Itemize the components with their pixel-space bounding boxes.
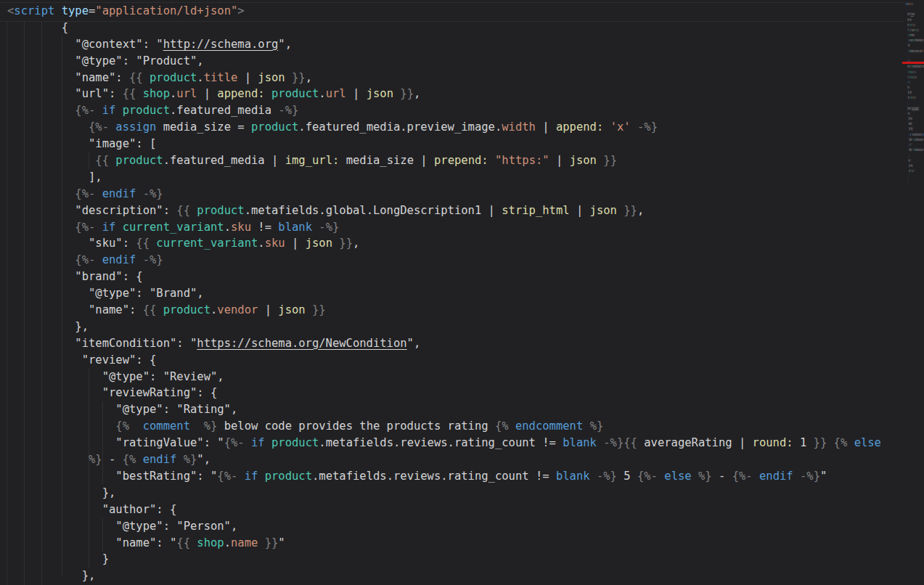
code-line: "url": {{ shop.url | append: product.url… [905, 28, 924, 33]
code-token: }} [814, 436, 827, 449]
code-token: .featured_media [170, 104, 278, 117]
code-line: {%- assign media_size = product.featured… [7, 119, 881, 136]
code-token: ", [915, 12, 915, 17]
code-line: "@type": "Review", [7, 369, 881, 385]
minimap-error-marker [902, 62, 924, 64]
code-line: <script type="application/ld+json"> [7, 3, 881, 20]
code-token: "reviewRating": { [102, 386, 218, 399]
code-token: {%- [217, 470, 237, 483]
code-token: . [170, 87, 176, 100]
code-token [95, 104, 102, 117]
code-token [597, 436, 603, 449]
code-token: "@type": "Product", [75, 54, 203, 68]
code-token: {%- [75, 221, 95, 234]
code-token: "bestRating": " [115, 470, 217, 483]
code-line: "name": {{ product.vendor | json }} [7, 302, 881, 319]
code-token: below code provides the products rating [217, 420, 495, 433]
code-token: "review": { [907, 112, 909, 116]
code-token: %} [698, 470, 712, 483]
code-token: .metafields.reviews.rating_count != [915, 148, 923, 152]
code-line: { [905, 7, 924, 12]
code-token: "sku": [89, 237, 136, 250]
code-token: https://schema.org/NewCondition [197, 337, 406, 350]
code-token: {%- [224, 436, 245, 449]
code-token: < [7, 4, 14, 17]
code-line: { [7, 20, 881, 36]
code-line: "@context": "http://schema.org", [7, 36, 881, 53]
code-token: | [258, 303, 278, 316]
code-line: "name": "{{ shop.name }}" [7, 535, 881, 552]
code-token: blank [278, 221, 312, 234]
code-token: " [278, 536, 285, 549]
code-line: {%- assign media_size = product.featured… [905, 38, 924, 43]
code-token: "review": { [82, 353, 157, 367]
code-token: "@type": "Brand", [908, 91, 912, 95]
code-token: }} [265, 536, 279, 549]
code-token: {%- [75, 187, 95, 200]
code-token: shop [143, 87, 170, 100]
code-token: = [89, 4, 95, 17]
code-token: -%} [319, 221, 339, 234]
code-content[interactable]: <script type="application/ld+json"> { "@… [7, 3, 881, 584]
code-line: "review": { [7, 352, 881, 369]
code-token: . [210, 303, 217, 316]
code-token: }, [75, 320, 89, 333]
code-token: "brand": { [75, 270, 142, 283]
code-token: {%- [732, 470, 753, 483]
code-line: "@type": "Rating", [7, 401, 881, 418]
code-token: "reviewRating": { [908, 122, 912, 126]
code-token: -%} [603, 436, 624, 449]
code-token [393, 87, 400, 100]
code-token: } [102, 552, 109, 565]
code-line: {%- if current_variant.sku != blank -%} [905, 69, 924, 74]
code-token: url [326, 87, 346, 100]
code-token: {%- [75, 253, 95, 266]
code-token [115, 221, 122, 234]
code-token [847, 436, 854, 449]
code-token: sku [265, 237, 285, 250]
code-token: %} [590, 420, 604, 433]
code-token [176, 453, 183, 466]
code-token: "@type": "Product", [907, 17, 912, 22]
code-line: "sku": {{ current_variant.sku | json }}, [905, 75, 924, 80]
code-token: {{ [95, 154, 109, 167]
code-token: "@context": " [75, 38, 163, 51]
code-line: <script type="application/ld+json"> [905, 1, 924, 7]
code-line: %} - {% endif %}", [7, 451, 881, 468]
code-token: | [237, 71, 258, 84]
code-editor[interactable]: <script type="application/ld+json"> { "@… [0, 0, 924, 585]
code-token: endcomment [515, 420, 583, 433]
code-token: endif [143, 453, 177, 466]
code-token: "@type": "Rating", [909, 127, 913, 131]
code-token: 5 [617, 470, 637, 483]
code-line: {%- if current_variant.sku != blank -%} [7, 219, 881, 236]
code-token: "author": { [102, 503, 177, 516]
code-token: -%} [916, 70, 917, 74]
code-token: {{ [143, 303, 157, 316]
code-token [488, 154, 495, 167]
code-token: round: [753, 436, 793, 449]
code-token: width [502, 120, 536, 134]
code-token: name [231, 536, 258, 549]
code-line: {% comment %} below code provides the pr… [7, 418, 881, 435]
code-token: json [570, 154, 597, 167]
code-token [265, 87, 271, 100]
code-token [597, 154, 603, 167]
minimap[interactable]: <script type="application/ld+json"> { "@… [904, 0, 924, 585]
code-token: -%} [143, 187, 163, 200]
code-line: "@type": "Brand", [7, 285, 881, 302]
code-token: { [62, 21, 68, 34]
code-token [827, 436, 833, 449]
code-token: }, [102, 486, 116, 499]
code-token: img_url: [285, 154, 340, 167]
code-token [265, 436, 271, 449]
code-token: "name": [89, 303, 143, 316]
code-line: {%- endif -%} [7, 252, 881, 269]
code-token: if [245, 470, 258, 483]
code-token: "brand": { [907, 86, 909, 90]
code-token: if [251, 436, 265, 449]
minimap-content: <script type="application/ld+json"> { "@… [905, 1, 924, 184]
code-token: . [258, 237, 264, 250]
code-token: {{ [136, 237, 150, 250]
code-token: . [224, 536, 231, 549]
